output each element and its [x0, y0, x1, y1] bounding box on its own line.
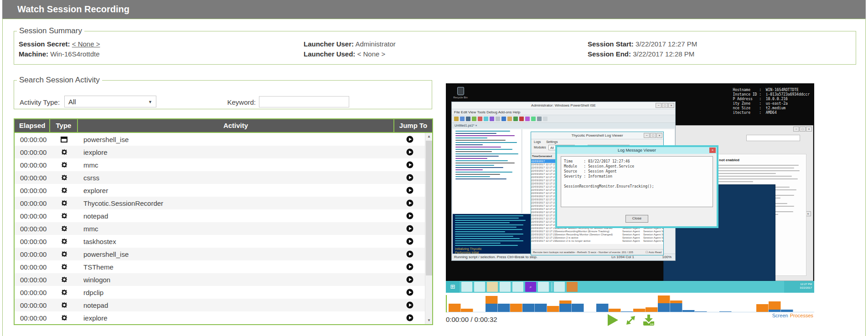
code-line [455, 142, 517, 143]
log-time: 22/03/2017 12:17:21 [531, 236, 556, 239]
log-source: Session Agent [622, 230, 643, 233]
fullscreen-button[interactable] [625, 315, 636, 326]
table-row[interactable]: 00:00:00explorer [15, 184, 432, 197]
code-line [455, 172, 512, 173]
activity-type-select[interactable]: All ▼ [64, 96, 156, 107]
jump-to-cell [406, 161, 421, 168]
jump-to-play-button[interactable] [406, 161, 413, 168]
field-launcher-used: Launcher Used: < None > [304, 50, 588, 58]
jump-to-play-button[interactable] [406, 148, 413, 156]
log-module: Session Agent Service [643, 239, 663, 243]
log-time: 22/03/2017 12:17:21 [531, 201, 556, 204]
timeline-slot [781, 310, 793, 312]
scroll-up-icon[interactable]: ▲ [425, 133, 432, 140]
log-viewer-title: Thycotic Powershell Log Viewer [571, 133, 623, 137]
jump-to-play-button[interactable] [406, 212, 413, 219]
elapsed-cell: 00:00:00 [15, 301, 50, 309]
code-line [455, 147, 501, 148]
timeline-slot [609, 309, 621, 312]
code-line [455, 174, 500, 175]
table-row[interactable]: 00:00:00mmc [15, 222, 432, 235]
toolbar-icon [501, 117, 506, 121]
table-scrollbar[interactable]: ▲ ▼ [425, 133, 432, 324]
table-row[interactable]: 00:00:00csrss [15, 171, 432, 184]
jump-to-play-button[interactable] [406, 301, 413, 309]
activity-name: Thycotic.SessionRecorder [78, 199, 394, 207]
jump-to-play-button[interactable] [406, 238, 413, 245]
download-button[interactable] [642, 314, 655, 326]
keyword-input[interactable] [259, 96, 349, 107]
table-row[interactable]: 00:00:00Thycotic.SessionRecorder [15, 197, 432, 209]
dialog-message-text: Time : 03/22/2017 12:27:46Module : Sessi… [561, 156, 713, 207]
table-row[interactable]: 00:00:00TSTheme [15, 260, 432, 273]
table-row[interactable]: 00:00:00notepad [15, 209, 432, 222]
table-row[interactable]: 00:00:00powershell_ise [15, 133, 432, 146]
screen-bar [486, 304, 498, 312]
activity-name: iexplore [78, 148, 394, 156]
session-secret-link[interactable]: < None > [72, 40, 100, 48]
screen-bar [498, 304, 510, 312]
jump-to-play-button[interactable] [406, 225, 413, 232]
video-frame[interactable]: Recycle Bin Hostname : WIN-16S4ROTTDTE I… [446, 83, 814, 293]
table-row[interactable]: 00:00:00winlogon [15, 273, 432, 286]
timeline-slot [769, 301, 781, 312]
jump-to-cell [406, 225, 421, 232]
jump-to-cell [406, 199, 421, 207]
jump-to-play-button[interactable] [406, 250, 413, 258]
jump-to-play-button[interactable] [406, 263, 413, 270]
console-line [455, 238, 520, 239]
maximize-icon: □ [650, 133, 656, 138]
keyword-label: Keyword: [206, 98, 256, 106]
timeline-slot [498, 304, 510, 312]
dialog-close-button[interactable]: Close [625, 215, 648, 223]
table-row[interactable]: 00:00:00iexplore [15, 146, 432, 158]
modules-label: Modules [534, 146, 546, 149]
activity-name: powershell_ise [78, 136, 394, 143]
timeline[interactable] [446, 295, 814, 312]
scroll-down-icon[interactable]: ▼ [425, 317, 432, 324]
log-row: 22/03/2017 12:17:21Session 2 is activeSe… [531, 236, 663, 239]
activity-name: csrss [78, 174, 394, 182]
close-icon[interactable]: × [709, 148, 716, 153]
jump-to-play-button[interactable] [406, 199, 413, 207]
jump-to-play-button[interactable] [406, 289, 413, 296]
screen-bar [769, 310, 781, 312]
col-type: Type [50, 119, 78, 132]
jump-to-play-button[interactable] [406, 276, 413, 283]
screen-bar [621, 311, 633, 312]
toolbar-icon [484, 117, 488, 121]
table-row[interactable]: 00:00:00powershell_ise [15, 248, 432, 260]
scrollbar-thumb[interactable] [426, 141, 432, 275]
log-time: 22/03/2017 12:17:21 [531, 208, 556, 211]
activity-table-header: Elapsed Type Activity Jump To [15, 119, 432, 133]
elapsed-cell: 00:00:00 [15, 263, 50, 271]
log-message: SessionRecordingMonitor (Ensure Tracking… [556, 230, 622, 233]
log-time: 22/03/2017 12:17:21 [531, 211, 556, 214]
table-row[interactable]: 00:00:00mmc [15, 158, 432, 171]
processes-bar [510, 304, 522, 312]
timeline-slot [670, 300, 682, 312]
log-message: Session 2 is active [556, 236, 622, 239]
jump-to-cell [406, 263, 421, 270]
console-line [455, 215, 523, 216]
jump-to-cell [406, 289, 421, 296]
play-button[interactable] [606, 313, 619, 327]
table-row[interactable]: 00:00:00rdpclip [15, 286, 432, 299]
jump-to-play-button[interactable] [406, 187, 413, 194]
log-time: 22/03/2017 12:17:21 [531, 173, 556, 176]
log-source: Session Agent [622, 236, 643, 239]
col-activity: Activity [78, 119, 394, 132]
jump-to-play-button[interactable] [406, 314, 413, 321]
table-row[interactable]: 00:00:00iexplore [15, 311, 432, 324]
legend-processes: Processes [790, 313, 813, 318]
code-line [455, 133, 496, 134]
minimize-icon: − [793, 127, 799, 132]
table-row[interactable]: 00:00:00notepad [15, 299, 432, 311]
table-row[interactable]: 00:00:00taskhostex [15, 235, 432, 248]
processes-bar [461, 309, 473, 312]
code-line [455, 140, 506, 141]
jump-to-play-button[interactable] [406, 174, 413, 181]
jump-to-play-button[interactable] [406, 136, 413, 143]
taskbar-app-icon [461, 282, 472, 292]
timeline-slot [449, 304, 461, 312]
